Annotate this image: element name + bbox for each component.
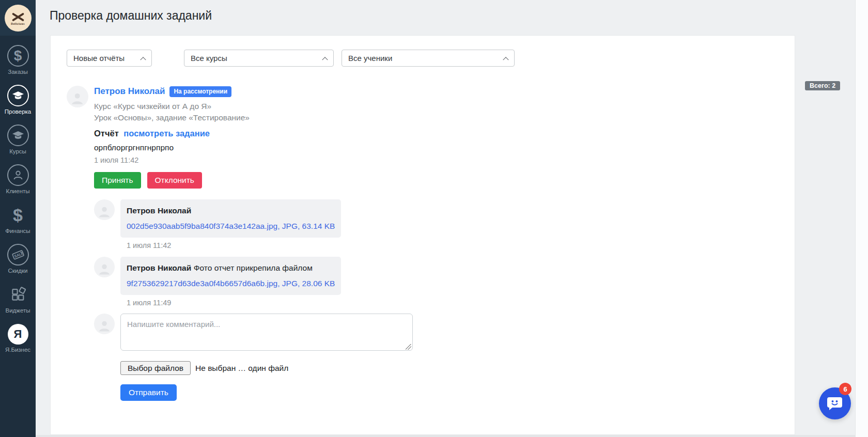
course-line: Курс «Курс чизкейки от А до Я» — [94, 101, 779, 112]
comment-timestamp: 1 июля 11:42 — [127, 241, 341, 249]
attachment-link[interactable]: 002d5e930aab5f9ba840f374a3e142aa.jpg, JP… — [127, 222, 335, 231]
decline-button[interactable]: Отклонить — [147, 172, 202, 189]
avatar — [94, 199, 115, 220]
report-item: Петров Николай На рассмотрении Курс «Кур… — [67, 86, 779, 437]
comment-author: Петров Николай — [127, 263, 191, 272]
sidebar-item-widgets[interactable]: Виджеты — [0, 278, 36, 318]
attachment-link[interactable]: 9f2753629217d63de3a0f4b6657d6a6b.jpg, JP… — [127, 279, 335, 288]
filter-all-courses[interactable]: Все курсы — [184, 50, 334, 67]
chevron-up-icon — [503, 57, 508, 63]
app-logo[interactable]: Delicious — [0, 0, 36, 36]
sale-tag-icon: SALE — [7, 244, 29, 266]
logo-text: Delicious — [11, 22, 25, 25]
comment-compose: Выбор файлов Не выбран … один файл Отпра… — [94, 314, 779, 401]
crossed-utensils-icon — [11, 12, 25, 22]
avatar — [94, 314, 115, 334]
chat-unread-badge: 6 — [839, 383, 851, 395]
comment-item: Петров Николай Фото отчет прикрепила фай… — [94, 257, 779, 307]
bottom-strip — [36, 435, 855, 437]
sidebar-item-clients[interactable]: Клиенты — [0, 159, 36, 199]
lesson-line: Урок «Основы», задание «Тестирование» — [94, 112, 779, 123]
person-icon — [7, 164, 29, 186]
avatar — [94, 257, 115, 277]
delicious-logo-icon: Delicious — [5, 5, 32, 32]
send-button[interactable]: Отправить — [120, 384, 177, 401]
view-task-link[interactable]: посмотреть задание — [123, 129, 210, 138]
comment-text: Фото отчет прикрепила файлом — [194, 263, 313, 272]
graduation-cap-icon — [7, 124, 29, 146]
choose-files-button[interactable]: Выбор файлов — [120, 361, 191, 375]
student-name-link[interactable]: Петров Николай — [94, 86, 165, 97]
yandex-business-icon: Я — [8, 324, 28, 345]
dollar-circle-icon: $ — [7, 45, 29, 67]
comment-input[interactable] — [120, 314, 413, 351]
report-timestamp: 1 июля 11:42 — [94, 156, 779, 164]
filter-all-students[interactable]: Все ученики — [342, 50, 515, 67]
accept-button[interactable]: Принять — [94, 172, 141, 189]
filters-row: Новые отчёты Все курсы Все ученики — [67, 50, 779, 67]
widgets-icon — [7, 284, 29, 305]
comment-bubble: Петров Николай 002d5e930aab5f9ba840f374a… — [120, 199, 341, 238]
avatar — [67, 86, 88, 107]
sidebar-item-courses[interactable]: Курсы — [0, 119, 36, 159]
sidebar: Delicious $ Заказы Проверка Курсы Клиент… — [0, 0, 36, 437]
comment-item: Петров Николай 002d5e930aab5f9ba840f374a… — [94, 199, 779, 249]
main-content: Проверка домашних заданий Новые отчёты В… — [36, 0, 868, 437]
resize-handle-icon[interactable] — [406, 344, 411, 350]
comment-timestamp: 1 июля 11:49 — [127, 299, 341, 307]
vertical-scrollbar[interactable] — [855, 0, 868, 437]
comment-bubble: Петров Николай Фото отчет прикрепила фай… — [120, 257, 341, 295]
page-title: Проверка домашних заданий — [50, 9, 212, 23]
comments-list: Петров Николай 002d5e930aab5f9ba840f374a… — [94, 199, 779, 401]
graduation-cap-icon — [7, 85, 29, 106]
sidebar-item-yandex-business[interactable]: Я Я.Бизнес — [0, 318, 36, 358]
dollar-icon: $ — [7, 204, 29, 226]
reports-card: Новые отчёты Все курсы Все ученики Петро… — [50, 35, 795, 435]
sidebar-item-review[interactable]: Проверка — [0, 80, 36, 119]
comment-author: Петров Николай — [127, 206, 191, 215]
report-text: орпблоргргнпгнрпрпо — [94, 143, 779, 152]
status-badge: На рассмотрении — [169, 86, 231, 97]
chat-smiley-icon — [826, 395, 844, 412]
sidebar-item-discounts[interactable]: SALE Скидки — [0, 239, 36, 278]
sidebar-item-orders[interactable]: $ Заказы — [0, 40, 36, 80]
chevron-up-icon — [140, 57, 146, 63]
total-count-badge: Всего: 2 — [805, 81, 840, 90]
sidebar-item-finance[interactable]: $ Финансы — [0, 199, 36, 239]
report-label: Отчёт — [94, 129, 119, 138]
filter-new-reports[interactable]: Новые отчёты — [67, 50, 152, 67]
file-chosen-status: Не выбран … один файл — [195, 364, 288, 373]
chevron-up-icon — [322, 57, 328, 63]
